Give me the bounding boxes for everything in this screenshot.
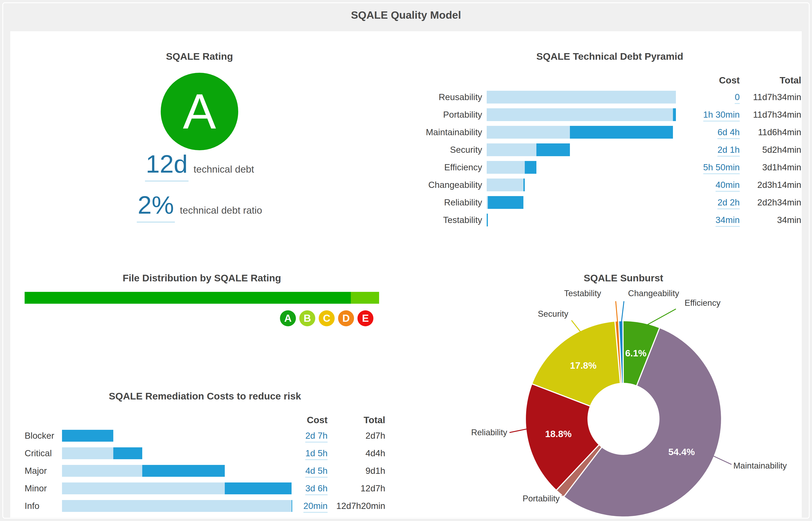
pyramid-row-label: Maintainability	[418, 127, 482, 137]
debt-bar-track	[487, 108, 676, 121]
pyramid-cost-cell: 34min	[680, 215, 740, 225]
pyramid-total-value: 5d2h4min	[744, 145, 801, 155]
leader-line-testability	[616, 301, 618, 322]
pyramid-cost-cell: 6d 4h	[680, 127, 740, 137]
remediation-total-value: 12d7h	[328, 483, 385, 493]
bar-cost-segment	[673, 108, 676, 121]
technical-debt-ratio-row: 2% technical debt ratio	[10, 190, 389, 223]
pyramid-total-value: 11d7h34min	[744, 92, 801, 102]
rating-badge-letter: C	[323, 312, 330, 324]
pyramid-total-value: 11d6h4min	[744, 127, 801, 137]
pyramid-section-title: SQALE Technical Debt Pyramid	[418, 51, 801, 62]
rating-badge-c: C	[319, 310, 335, 326]
pyramid-cost-link[interactable]: 2d 1h	[717, 145, 740, 157]
file-distribution-bar	[25, 292, 379, 304]
pyramid-row: Maintainability6d 4h11d6h4min	[418, 123, 801, 141]
bar-cost-segment	[536, 143, 570, 156]
pyramid-row: Reusability011d7h34min	[418, 88, 801, 106]
pyramid-cost-cell: 5h 50min	[680, 162, 740, 173]
debt-bar-track	[62, 447, 292, 459]
pyramid-row-label: Reliability	[418, 198, 482, 207]
rating-badge-b: B	[299, 310, 315, 326]
debt-bar-track	[487, 196, 676, 209]
pyramid-cost-header: Cost	[680, 75, 740, 86]
pyramid-row-label: Efficiency	[418, 162, 482, 173]
sunburst-chart: TestabilityChangeabilityEfficiency6.1%Ma…	[455, 282, 801, 518]
slice-separator	[623, 321, 624, 383]
bar-cost-segment	[113, 447, 142, 459]
pyramid-cost-link[interactable]: 1h 30min	[703, 110, 740, 121]
file-distribution-segment-a	[25, 292, 351, 304]
page-title: SQALE Quality Model	[0, 9, 812, 21]
remediation-row-label: Critical	[25, 448, 62, 458]
debt-bar-track	[487, 126, 676, 139]
bar-cumulative-segment	[487, 179, 524, 191]
pyramid-row: Portability1h 30min11d7h34min	[418, 106, 801, 123]
pyramid-cost-link[interactable]: 40min	[716, 180, 740, 192]
pyramid-total-value: 3d1h4min	[744, 162, 801, 173]
bar-cost-segment	[225, 482, 292, 494]
pyramid-cost-cell: 2d 2h	[680, 198, 740, 207]
dashboard-card: SQALE Rating A 12d technical debt 2% tec…	[10, 31, 802, 518]
pyramid-row-label: Testability	[418, 215, 482, 225]
sunburst-label-testability: Testability	[564, 289, 601, 298]
pyramid-cost-link[interactable]: 2d 2h	[717, 198, 740, 209]
bar-cost-segment	[62, 430, 113, 441]
remediation-row: Minor3d 6h12d7h	[25, 479, 385, 497]
technical-debt-label: technical debt	[193, 164, 254, 175]
pyramid-row: Testability34min34min	[418, 211, 801, 229]
technical-debt-ratio-link[interactable]: 2%	[137, 190, 175, 223]
pyramid-cost-link[interactable]: 0	[735, 92, 740, 104]
remediation-cost-link[interactable]: 4d 5h	[305, 466, 328, 478]
rating-badge-letter: E	[362, 312, 369, 324]
pyramid-total-header: Total	[744, 75, 801, 86]
remediation-cost-cell: 4d 5h	[292, 466, 328, 476]
sunburst-label-maintainability: Maintainability	[733, 461, 787, 470]
rating-badge-a: A	[280, 310, 296, 326]
sunburst-percent-security: 17.8%	[570, 360, 596, 371]
remediation-cost-cell: 3d 6h	[292, 483, 328, 493]
remediation-cost-link[interactable]: 3d 6h	[305, 483, 328, 495]
debt-bar-track	[487, 91, 676, 104]
debt-bar-track	[62, 482, 292, 494]
rating-badge-letter: D	[342, 312, 350, 324]
bar-cumulative-segment	[487, 143, 536, 156]
remediation-rows: Blocker2d 7h2d7hCritical1d 5h4d4hMajor4d…	[25, 427, 385, 515]
remediation-cost-cell: 1d 5h	[292, 448, 328, 458]
debt-bar-track	[62, 500, 292, 512]
pyramid-cost-link[interactable]: 34min	[716, 215, 740, 227]
pyramid-cost-link[interactable]: 6d 4h	[717, 127, 740, 139]
pyramid-row: Efficiency5h 50min3d1h4min	[418, 158, 801, 176]
leader-line-efficiency	[645, 309, 676, 326]
remediation-row: Major4d 5h9d1h	[25, 462, 385, 479]
leader-line-changeability	[621, 301, 624, 322]
pyramid-cost-link[interactable]: 5h 50min	[703, 162, 740, 174]
pyramid-row-label: Changeability	[418, 180, 482, 190]
rating-section-title: SQALE Rating	[10, 51, 389, 62]
sunburst-label-changeability: Changeability	[628, 289, 679, 298]
remediation-cost-link[interactable]: 2d 7h	[305, 431, 328, 443]
bar-cumulative-segment	[487, 161, 525, 174]
remediation-row-label: Minor	[25, 483, 62, 493]
remediation-total-header: Total	[328, 415, 385, 426]
sunburst-percent-reliability: 18.8%	[545, 429, 572, 439]
pyramid-row-label: Portability	[418, 110, 482, 120]
remediation-row-label: Blocker	[25, 431, 62, 441]
remediation-cost-link[interactable]: 20min	[303, 501, 328, 513]
rating-circle[interactable]: A	[161, 73, 238, 150]
remediation-cost-link[interactable]: 1d 5h	[305, 448, 328, 460]
sunburst-label-security: Security	[538, 309, 568, 319]
remediation-section-title: SQALE Remediation Costs to reduce risk	[25, 390, 385, 402]
pyramid-row: Reliability2d 2h2d2h34min	[418, 194, 801, 211]
sunburst-percent-efficiency: 6.1%	[625, 348, 646, 358]
bar-cost-segment	[488, 196, 524, 209]
remediation-cost-cell: 2d 7h	[292, 431, 328, 441]
pyramid-rows: Reusability011d7h34minPortability1h 30mi…	[418, 88, 801, 229]
rating-badge-d: D	[338, 310, 354, 326]
rating-badge-e: E	[357, 310, 373, 326]
technical-debt-value-link[interactable]: 12d	[145, 149, 189, 181]
pyramid-row: Security2d 1h5d2h4min	[418, 141, 801, 158]
bar-cumulative-segment	[62, 465, 142, 477]
bar-cumulative-segment	[487, 91, 676, 104]
pyramid-total-value: 2d3h14min	[744, 180, 801, 190]
